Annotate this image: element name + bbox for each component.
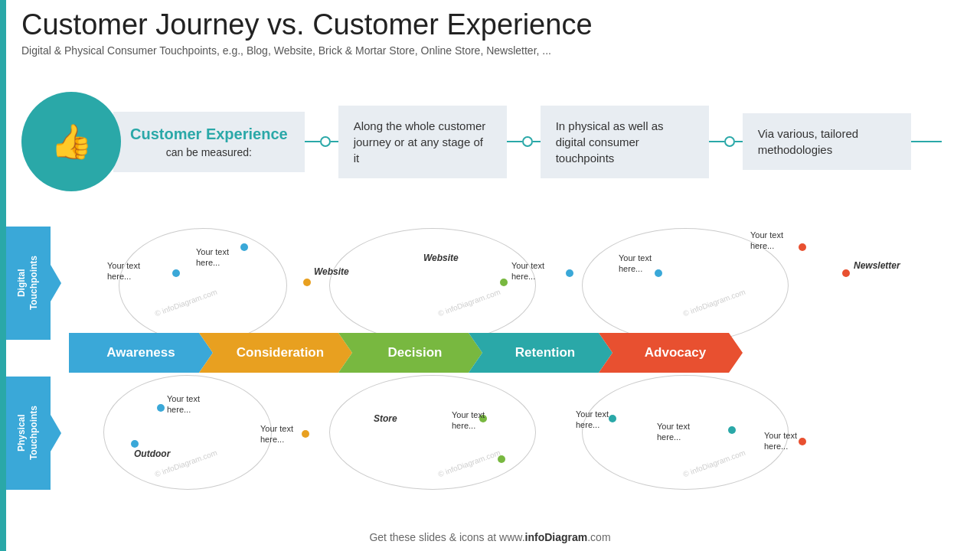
digital-label-website: Website [423, 253, 459, 263]
digital-label-newsletter: Newsletter [854, 260, 900, 271]
physical-label-5: Your texthere... [576, 409, 609, 431]
loop-circle-4 [103, 375, 272, 490]
digital-label-blog: Website [314, 266, 349, 277]
stage-awareness: Awareness [69, 333, 213, 373]
dot-3 [724, 136, 735, 147]
physical-label-store: Store [374, 413, 397, 424]
cx-label-sub: can be measured: [130, 146, 288, 158]
digital-dot-2 [303, 279, 311, 286]
physical-dot-5 [609, 415, 616, 422]
connector-3 [709, 136, 743, 147]
stage-decision: Decision [338, 333, 482, 373]
h-line-2 [507, 141, 522, 142]
stages-row: Awareness Consideration Decision Retenti… [69, 333, 729, 373]
digital-band-arrow [51, 265, 61, 302]
cx-circle: 👍 [21, 92, 121, 191]
physical-dot-1 [131, 440, 139, 448]
footer: Get these slides & icons at www.infoDiag… [0, 531, 980, 543]
advocacy-arrow: Advocacy [599, 333, 743, 373]
info-box-1: Along the whole customer journey or at a… [338, 106, 507, 178]
awareness-arrow: Awareness [69, 333, 213, 373]
cx-label-box: Customer Experience can be measured: [113, 112, 305, 172]
digital-label-6: Your texthere... [750, 230, 783, 252]
decision-arrow: Decision [338, 333, 482, 373]
physical-label-7: Your texthere... [764, 430, 797, 452]
page-subtitle: Digital & Physical Consumer Touchpoints,… [21, 44, 971, 57]
digital-label-5: Your texthere... [619, 253, 652, 275]
consideration-label: Consideration [237, 345, 324, 360]
digital-dot-5 [655, 269, 662, 277]
digital-touchpoints-band: DigitalTouchpoints [6, 227, 51, 340]
info-box-3: Via various, tailored methodologies [743, 113, 911, 170]
physical-dot-2 [302, 430, 309, 438]
page-title: Customer Journey vs. Customer Experience [21, 9, 971, 41]
digital-dot-6 [799, 243, 806, 251]
physical-dot-4 [498, 455, 505, 463]
physical-band-label: PhysicalTouchpoints [16, 406, 40, 460]
stage-advocacy: Advocacy [599, 333, 743, 373]
dot-2 [522, 136, 533, 147]
watermark-1: © infoDiagram.com [154, 288, 218, 318]
stage-retention: Retention [469, 333, 612, 373]
h-line-2b [533, 141, 541, 142]
retention-label: Retention [515, 345, 575, 360]
accent-bar [0, 0, 6, 551]
cx-label-title: Customer Experience [130, 126, 288, 143]
connector-1 [305, 136, 338, 147]
footer-text: Get these slides & icons at www. [369, 531, 524, 543]
consideration-arrow: Consideration [199, 333, 352, 373]
digital-label-1: Your texthere... [196, 246, 229, 269]
h-line-1b [331, 141, 338, 142]
trailing-line [911, 141, 942, 142]
physical-dot-7 [799, 438, 806, 445]
physical-touchpoints-band: PhysicalTouchpoints [6, 377, 51, 490]
digital-label-0: Your texthere... [107, 260, 140, 282]
stage-consideration: Consideration [199, 333, 352, 373]
digital-dot-0 [172, 269, 180, 277]
cx-section: 👍 Customer Experience can be measured: A… [21, 92, 942, 191]
physical-label-outdoor: Outdoor [134, 448, 170, 459]
h-line-3 [709, 141, 724, 142]
h-line-1 [305, 141, 320, 142]
watermark-5: © infoDiagram.com [437, 448, 501, 479]
physical-band-arrow [51, 415, 61, 452]
physical-label-0: Your texthere... [167, 393, 200, 416]
digital-label-4: Your texthere... [511, 260, 544, 282]
footer-text2: .com [587, 531, 610, 543]
digital-dot-1 [240, 243, 248, 251]
loop-circle-5 [329, 375, 536, 490]
digital-dot-4 [566, 269, 573, 277]
awareness-label: Awareness [106, 345, 175, 360]
watermark-6: © infoDiagram.com [682, 448, 746, 479]
physical-label-2: Your texthere... [260, 423, 293, 445]
h-line-3b [735, 141, 743, 142]
watermark-3: © infoDiagram.com [682, 288, 746, 318]
dot-1 [320, 136, 331, 147]
thumbs-icon: 👍 [51, 122, 93, 161]
info-box-2: In physical as well as digital consumer … [541, 106, 709, 178]
physical-label-6: Your texthere... [657, 421, 690, 443]
physical-label-4: Your texthere... [452, 409, 485, 432]
decision-label: Decision [388, 345, 443, 360]
watermark-2: © infoDiagram.com [437, 288, 501, 318]
physical-dot-6 [728, 426, 736, 434]
retention-arrow: Retention [469, 333, 612, 373]
digital-dot-3 [500, 279, 508, 286]
digital-band-label: DigitalTouchpoints [16, 256, 40, 310]
footer-brand: infoDiagram [525, 531, 588, 543]
advocacy-label: Advocacy [645, 345, 706, 360]
physical-dot-0 [157, 404, 165, 412]
digital-dot-7 [842, 269, 850, 277]
loop-circle-1 [119, 228, 287, 343]
connector-2 [507, 136, 541, 147]
header: Customer Journey vs. Customer Experience… [21, 9, 971, 57]
